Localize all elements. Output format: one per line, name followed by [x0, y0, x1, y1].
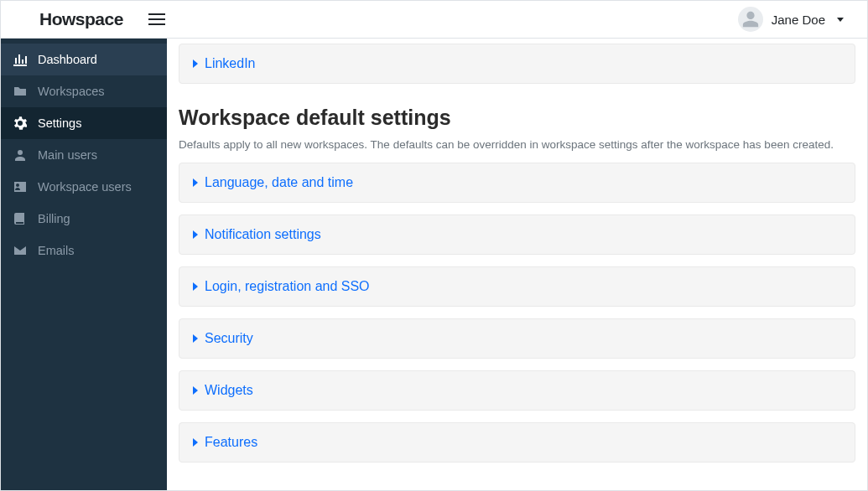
panel-label: Widgets: [205, 383, 253, 398]
brand-logo: Howspace: [39, 9, 123, 29]
gears-icon: [13, 116, 28, 131]
panel-login-registration-sso[interactable]: Login, registration and SSO: [179, 266, 855, 307]
address-card-icon: [13, 179, 28, 194]
sidebar-item-dashboard[interactable]: Dashboard: [1, 44, 167, 75]
caret-right-icon: [193, 178, 198, 187]
panel-label: Features: [205, 435, 257, 450]
panel-label: Security: [205, 331, 253, 346]
section-title: Workspace default settings: [179, 106, 855, 130]
caret-right-icon: [193, 59, 198, 68]
section-subtitle: Defaults apply to all new workspaces. Th…: [179, 138, 855, 151]
sidebar-item-main-users[interactable]: Main users: [1, 139, 167, 171]
sidebar-item-label: Settings: [38, 116, 81, 130]
sidebar-item-billing[interactable]: Billing: [1, 203, 167, 235]
chevron-down-icon: [837, 18, 844, 22]
caret-right-icon: [193, 282, 198, 291]
panel-notification-settings[interactable]: Notification settings: [179, 214, 855, 255]
chart-icon: [13, 52, 28, 67]
user-menu[interactable]: Jane Doe: [738, 7, 857, 32]
panel-widgets[interactable]: Widgets: [179, 370, 855, 411]
folder-icon: [13, 84, 28, 99]
sidebar-item-label: Billing: [38, 212, 70, 225]
panel-label: Language, date and time: [205, 175, 353, 190]
panel-language-date-time[interactable]: Language, date and time: [179, 163, 855, 203]
sidebar-item-label: Emails: [38, 244, 75, 257]
panel-security[interactable]: Security: [179, 318, 855, 359]
user-name: Jane Doe: [772, 13, 825, 27]
caret-right-icon: [193, 386, 198, 395]
main-content: LinkedIn Workspace default settings Defa…: [167, 39, 867, 490]
panel-label: LinkedIn: [205, 56, 256, 71]
caret-right-icon: [193, 230, 198, 239]
book-icon: [13, 211, 28, 226]
panel-features[interactable]: Features: [179, 422, 855, 463]
panel-linkedin[interactable]: LinkedIn: [179, 44, 855, 84]
sidebar-item-settings[interactable]: Settings: [1, 107, 167, 139]
sidebar: Dashboard Workspaces Settings Main users…: [1, 39, 167, 490]
topbar: Howspace Jane Doe: [1, 1, 867, 39]
caret-right-icon: [193, 438, 198, 447]
menu-toggle-icon[interactable]: [148, 11, 165, 28]
sidebar-item-emails[interactable]: Emails: [1, 235, 167, 266]
sidebar-item-label: Workspaces: [38, 85, 105, 98]
avatar: [738, 7, 763, 32]
panel-label: Login, registration and SSO: [205, 279, 370, 294]
user-icon: [741, 10, 760, 28]
sidebar-item-label: Main users: [38, 148, 97, 162]
envelope-icon: [13, 243, 28, 258]
sidebar-item-label: Dashboard: [38, 53, 97, 66]
caret-right-icon: [193, 334, 198, 343]
sidebar-item-label: Workspace users: [38, 180, 132, 194]
user-icon: [13, 147, 28, 163]
sidebar-item-workspaces[interactable]: Workspaces: [1, 75, 167, 107]
panel-label: Notification settings: [205, 227, 321, 242]
sidebar-item-workspace-users[interactable]: Workspace users: [1, 171, 167, 203]
